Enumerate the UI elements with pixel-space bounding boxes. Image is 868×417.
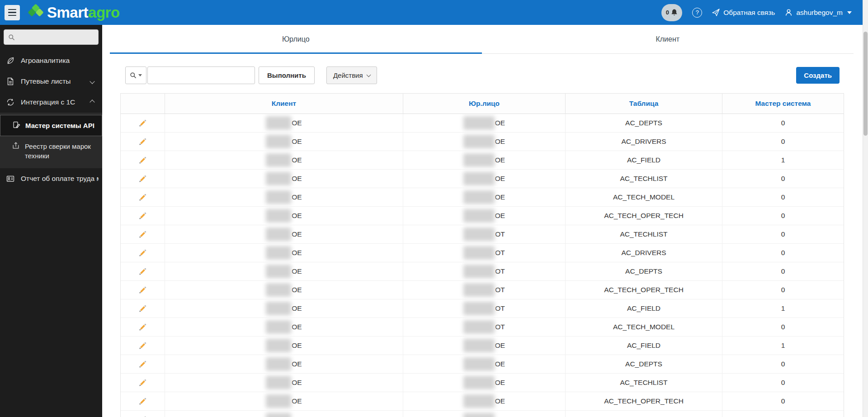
- pencil-icon: [138, 249, 147, 257]
- pencil-icon: [138, 379, 147, 387]
- legal-entity-cell: ОЕ: [403, 411, 566, 417]
- sidebar-item-master-system-api[interactable]: Мастер системы API: [0, 115, 102, 136]
- table-row: ОЕ ОЕ AC_TECHLIST 0: [121, 170, 844, 188]
- redacted-client-text: [266, 302, 291, 315]
- brand-agro: agro: [88, 4, 120, 21]
- edit-row-button[interactable]: [137, 340, 149, 352]
- redacted-entity-text: [463, 376, 495, 389]
- column-header-master-system[interactable]: Мастер система: [722, 94, 844, 114]
- client-cell: ОЕ: [165, 392, 403, 411]
- pencil-icon: [138, 193, 147, 202]
- redacted-entity-text: [463, 190, 495, 204]
- redacted-client-text: [266, 376, 291, 389]
- column-header-client[interactable]: Клиент: [165, 94, 403, 114]
- execute-button[interactable]: Выполнить: [259, 66, 315, 84]
- master-system-value: 0: [781, 137, 785, 146]
- sidebar-item-mark-registry[interactable]: Реестр сверки марок техники: [0, 136, 102, 166]
- sidebar-item-agroanalytics[interactable]: Агроаналитика: [0, 50, 102, 71]
- table-row: ОЕ ОТ AC_DRIVERS 0: [121, 244, 844, 262]
- report-search-input[interactable]: [147, 66, 255, 84]
- actions-menu-button[interactable]: Действия: [326, 66, 377, 84]
- edit-row-button[interactable]: [137, 136, 149, 148]
- edit-row-button[interactable]: [137, 358, 149, 370]
- notification-count-badge: 0: [666, 9, 669, 16]
- column-header-table[interactable]: Таблица: [566, 94, 722, 114]
- client-visible-text: ОЕ: [292, 323, 302, 331]
- edit-row-button[interactable]: [137, 210, 149, 222]
- edit-cell: [121, 151, 165, 170]
- edit-row-button[interactable]: [137, 154, 149, 166]
- edit-row-button[interactable]: [137, 303, 149, 315]
- client-cell: ОЕ: [165, 281, 403, 299]
- edit-cell: [121, 262, 165, 281]
- paper-plane-icon: [712, 9, 720, 16]
- search-column-selector[interactable]: [125, 66, 146, 84]
- search-icon: [8, 34, 15, 41]
- redacted-entity-text: [463, 172, 495, 185]
- edit-row-button[interactable]: [137, 395, 149, 408]
- brand-smart: Smart: [47, 4, 88, 21]
- sidebar-item-salary-report[interactable]: Отчет об оплате труда м: [0, 168, 102, 189]
- edit-row-button[interactable]: [137, 191, 149, 204]
- sidebar-search-input[interactable]: [18, 33, 94, 41]
- table-name-text: AC_FIELD: [627, 156, 660, 164]
- help-icon[interactable]: ?: [692, 8, 702, 18]
- edit-row-button[interactable]: [137, 265, 149, 278]
- user-icon: [785, 9, 793, 16]
- notifications-button[interactable]: 0: [661, 4, 682, 21]
- entity-visible-text: ОТ: [495, 230, 505, 238]
- pencil-icon: [138, 230, 147, 239]
- vertical-scrollbar[interactable]: [863, 0, 868, 417]
- master-system-cell: 0: [722, 207, 844, 225]
- table-name-text: AC_TECH_OPER_TECH: [604, 397, 684, 405]
- master-system-value: 1: [781, 341, 785, 350]
- redacted-client-text: [266, 413, 291, 417]
- sidebar-item-waybills[interactable]: Путевые листы: [0, 71, 102, 92]
- client-cell: ОЕ: [165, 133, 403, 151]
- hamburger-menu-button[interactable]: [5, 5, 20, 20]
- integration-1c-submenu: Мастер системы API Реестр сверки марок т…: [0, 113, 102, 168]
- table-name-cell: AC_DEPTS: [566, 355, 722, 374]
- table-name-text: AC_DEPTS: [625, 267, 662, 275]
- edit-row-button[interactable]: [137, 117, 149, 129]
- scrollbar-thumb[interactable]: [863, 32, 868, 136]
- master-system-value: 1: [781, 304, 785, 313]
- feedback-link[interactable]: Обратная связь: [712, 9, 775, 17]
- table-name-text: AC_TECHLIST: [620, 379, 667, 387]
- table-name-text: AC_DEPTS: [625, 119, 662, 127]
- table-name-cell: AC_FIELD: [566, 151, 722, 170]
- user-menu[interactable]: ashurbegov_m: [785, 9, 852, 17]
- tab-client[interactable]: Клиент: [482, 25, 854, 53]
- legal-entity-cell: ОЕ: [403, 114, 566, 133]
- table-row: ОЕ ОЕ AC_DEPTS 0: [121, 355, 844, 374]
- redacted-entity-text: [463, 135, 495, 148]
- edit-row-button[interactable]: [137, 247, 149, 259]
- chevron-down-icon: [90, 79, 94, 84]
- client-visible-text: ОЕ: [292, 175, 302, 183]
- edit-row-button[interactable]: [137, 228, 149, 241]
- data-table: Клиент Юр.лицо Таблица Мастер система ОЕ: [120, 93, 844, 417]
- client-cell: ОЕ: [165, 411, 403, 417]
- redacted-client-text: [266, 190, 291, 204]
- sidebar-item-integration-1c[interactable]: Интеграция с 1С: [0, 92, 102, 113]
- entity-visible-text: ОЕ: [495, 156, 505, 164]
- table-name-cell: AC_TECH_MODEL: [566, 318, 722, 336]
- table-name-cell: AC_TECH_OPER_TECH: [566, 392, 722, 411]
- main-content: Юрлицо Клиент Выполнить Действия: [102, 25, 863, 417]
- tab-legal-entity[interactable]: Юрлицо: [110, 25, 482, 53]
- sidebar-search-box[interactable]: [4, 29, 99, 45]
- column-header-legal-entity[interactable]: Юр.лицо: [403, 94, 566, 114]
- pencil-icon: [138, 156, 147, 165]
- edit-row-button[interactable]: [137, 321, 149, 333]
- id-card-icon: [6, 174, 15, 183]
- create-button[interactable]: Создать: [796, 67, 840, 84]
- edit-row-button[interactable]: [137, 414, 149, 417]
- edit-cell: [121, 133, 165, 151]
- redacted-client-text: [266, 320, 291, 334]
- redacted-client-text: [266, 394, 291, 408]
- edit-row-button[interactable]: [137, 173, 149, 185]
- client-cell: ОЕ: [165, 114, 403, 133]
- edit-row-button[interactable]: [137, 377, 149, 389]
- master-system-value: 0: [781, 360, 785, 368]
- edit-row-button[interactable]: [137, 284, 149, 296]
